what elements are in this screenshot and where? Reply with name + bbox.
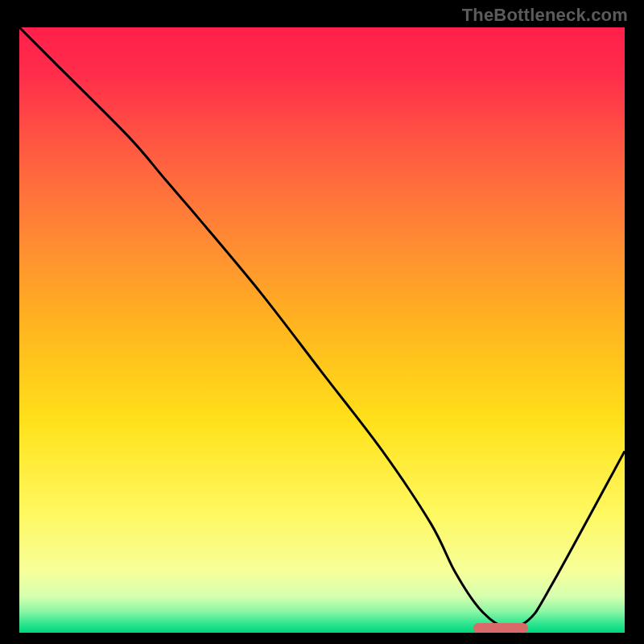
- plot-frame: [16, 24, 628, 636]
- chart-container: TheBottleneck.com: [0, 0, 644, 644]
- bottleneck-curve: [19, 27, 625, 628]
- watermark-text: TheBottleneck.com: [462, 5, 628, 26]
- optimal-range-marker: [473, 623, 528, 633]
- curve-layer: [19, 27, 625, 633]
